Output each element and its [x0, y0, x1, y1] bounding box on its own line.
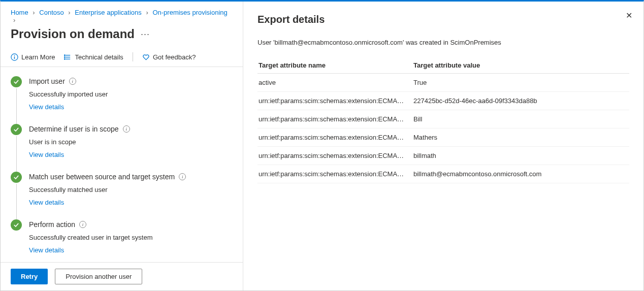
panel-title: Export details — [257, 14, 629, 25]
heart-icon — [142, 53, 150, 61]
page-title-row: Provision on demand ··· — [1, 25, 243, 48]
success-icon — [11, 76, 22, 87]
success-icon — [11, 219, 22, 231]
svg-rect-1 — [14, 56, 15, 59]
chevron-right-icon: › — [33, 9, 35, 16]
technical-details-link[interactable]: Technical details — [64, 53, 123, 61]
close-icon[interactable]: ✕ — [626, 11, 632, 20]
toolbar-label: Learn More — [21, 53, 55, 61]
attr-value: 227425bc-d52d-46ec-aa6d-09f3343da88b — [412, 92, 629, 110]
page-title: Provision on demand — [11, 27, 135, 41]
attr-value: Mathers — [412, 128, 629, 147]
more-icon[interactable]: ··· — [141, 29, 150, 40]
info-icon — [11, 53, 18, 61]
info-icon[interactable]: i — [179, 173, 186, 180]
view-details-link[interactable]: View details — [29, 199, 233, 206]
step-determine-scope: Determine if user is in scope i User is … — [11, 124, 233, 172]
view-details-link[interactable]: View details — [29, 103, 233, 111]
left-pane: Home › Contoso › Enterprise applications… — [1, 2, 243, 290]
table-row: urn:ietf:params:scim:schemas:extension:E… — [257, 128, 629, 147]
step-description: User is in scope — [29, 138, 233, 146]
info-icon[interactable]: i — [79, 221, 86, 228]
table-header-row: Target attribute name Target attribute v… — [257, 57, 629, 74]
feedback-link[interactable]: Got feedback? — [142, 53, 196, 61]
step-title: Perform action — [29, 220, 75, 229]
breadcrumb-item[interactable]: Contoso — [39, 9, 63, 16]
breadcrumb-item[interactable]: On-premises provisioning — [152, 9, 227, 16]
svg-point-2 — [14, 55, 15, 56]
step-perform-action: Perform action i Successfully created us… — [11, 219, 233, 262]
attr-name: urn:ietf:params:scim:schemas:extension:E… — [257, 147, 412, 165]
provision-another-button[interactable]: Provision another user — [55, 269, 142, 284]
step-import-user: Import user i Successfully imported user… — [11, 76, 233, 124]
chevron-right-icon: › — [146, 9, 148, 16]
view-details-link[interactable]: View details — [29, 151, 233, 158]
attr-name: urn:ietf:params:scim:schemas:extension:E… — [257, 110, 412, 128]
breadcrumb-item[interactable]: Home — [11, 9, 28, 16]
svg-point-8 — [65, 58, 66, 59]
attr-name: urn:ietf:params:scim:schemas:extension:E… — [257, 128, 412, 147]
divider — [133, 52, 133, 61]
table-row: urn:ietf:params:scim:schemas:extension:E… — [257, 147, 629, 165]
attr-name: urn:ietf:params:scim:schemas:extension:E… — [257, 165, 412, 183]
learn-more-link[interactable]: Learn More — [11, 53, 55, 61]
step-match-user: Match user between source and target sys… — [11, 172, 233, 219]
step-description: Successfully imported user — [29, 90, 233, 98]
footer-actions: Retry Provision another user — [1, 262, 243, 290]
attr-value: Bill — [412, 110, 629, 128]
attr-name: urn:ietf:params:scim:schemas:extension:E… — [257, 92, 412, 110]
panel-description: User 'billmath@ecmabmcontoso.onmicrosoft… — [257, 39, 629, 46]
table-row: active True — [257, 74, 629, 92]
view-details-link[interactable]: View details — [29, 246, 233, 254]
attr-value: billmath — [412, 147, 629, 165]
success-icon — [11, 124, 22, 135]
svg-point-6 — [65, 55, 66, 56]
chevron-right-icon: › — [13, 16, 15, 24]
info-icon[interactable]: i — [123, 125, 130, 133]
attr-name: active — [257, 74, 412, 92]
svg-point-7 — [65, 56, 66, 57]
breadcrumb: Home › Contoso › Enterprise applications… — [1, 2, 243, 25]
step-title: Determine if user is in scope — [29, 125, 119, 133]
attr-value: billmath@ecmabmcontoso.onmicrosoft.com — [412, 165, 629, 183]
chevron-right-icon: › — [68, 9, 70, 16]
retry-button[interactable]: Retry — [11, 269, 48, 284]
toolbar-label: Got feedback? — [153, 53, 196, 61]
column-header-value: Target attribute value — [412, 57, 629, 74]
column-header-name: Target attribute name — [257, 57, 412, 74]
list-icon — [64, 53, 72, 61]
table-row: urn:ietf:params:scim:schemas:extension:E… — [257, 92, 629, 110]
breadcrumb-item[interactable]: Enterprise applications — [75, 9, 142, 16]
export-details-panel: ✕ Export details User 'billmath@ecmabmco… — [243, 2, 643, 290]
toolbar-label: Technical details — [75, 53, 123, 61]
step-title: Import user — [29, 77, 65, 85]
attributes-table: Target attribute name Target attribute v… — [257, 57, 629, 183]
step-description: Successfully matched user — [29, 186, 233, 193]
attr-value: True — [412, 74, 629, 92]
steps-list: Import user i Successfully imported user… — [1, 67, 243, 262]
table-row: urn:ietf:params:scim:schemas:extension:E… — [257, 110, 629, 128]
info-icon[interactable]: i — [69, 78, 76, 85]
toolbar: Learn More Technical details Got feedbac… — [1, 48, 243, 67]
table-row: urn:ietf:params:scim:schemas:extension:E… — [257, 165, 629, 183]
step-description: Successfully created user in target syst… — [29, 234, 233, 241]
success-icon — [11, 172, 22, 183]
step-title: Match user between source and target sys… — [29, 173, 175, 181]
